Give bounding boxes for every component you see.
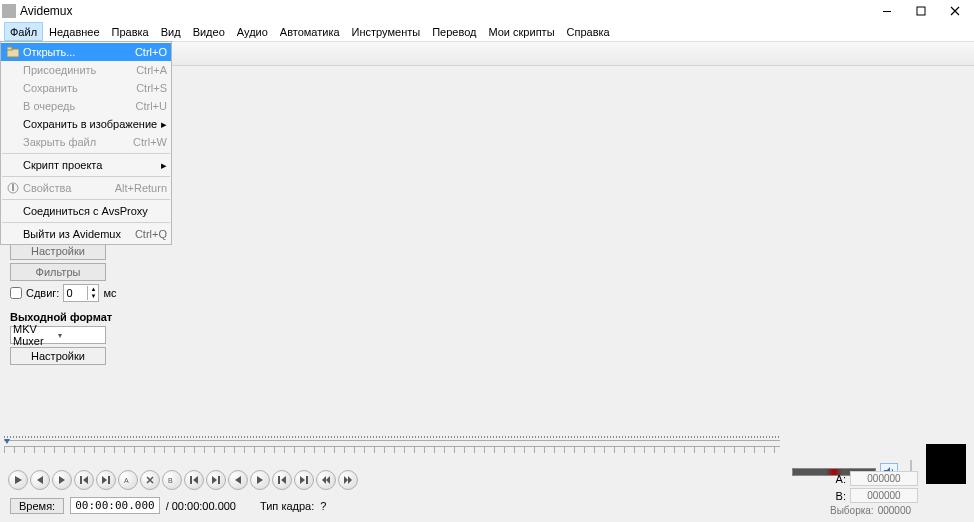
menu-project-script[interactable]: Скрипт проекта ▸ xyxy=(1,156,171,174)
last-frame-button[interactable] xyxy=(294,470,314,490)
menu-separator xyxy=(2,176,170,177)
timeline-marker-icon[interactable] xyxy=(4,439,10,450)
window-close-button[interactable] xyxy=(938,0,972,22)
skip-fwd-icon xyxy=(101,475,111,485)
preview-thumb xyxy=(926,444,966,484)
set-b-button[interactable]: B xyxy=(162,470,182,490)
svg-marker-27 xyxy=(212,476,217,484)
menu-separator xyxy=(2,153,170,154)
svg-rect-12 xyxy=(7,47,12,50)
timeline[interactable] xyxy=(4,436,780,454)
prev-black-button[interactable] xyxy=(228,470,248,490)
next-cut-button[interactable] xyxy=(206,470,226,490)
svg-marker-36 xyxy=(322,476,326,484)
menu-help[interactable]: Справка xyxy=(561,22,616,41)
open-icon xyxy=(5,44,21,60)
delete-button[interactable] xyxy=(140,470,160,490)
menubar: Файл Недавнее Правка Вид Видео Аудио Авт… xyxy=(0,22,974,42)
menu-open[interactable]: Открыть... Ctrl+O xyxy=(1,43,171,61)
svg-marker-16 xyxy=(15,476,22,484)
shift-row: Сдвиг: 0 ▲▼ мс xyxy=(10,284,180,302)
menu-avsproxy[interactable]: Соединиться с AvsProxy xyxy=(1,202,171,220)
svg-rect-31 xyxy=(278,476,280,484)
svg-marker-19 xyxy=(83,476,88,484)
menu-video[interactable]: Видео xyxy=(187,22,231,41)
black-back-icon xyxy=(233,475,243,485)
prev-keyframe-button[interactable] xyxy=(74,470,94,490)
svg-rect-15 xyxy=(12,184,14,186)
first-frame-button[interactable] xyxy=(272,470,292,490)
marker-a-value: 000000 xyxy=(850,471,918,486)
svg-text:A: A xyxy=(124,477,129,484)
time-button[interactable]: Время: xyxy=(10,498,64,514)
svg-marker-17 xyxy=(37,476,43,484)
svg-marker-18 xyxy=(59,476,65,484)
backward-min-button[interactable] xyxy=(316,470,336,490)
set-a-button[interactable]: A xyxy=(118,470,138,490)
svg-rect-14 xyxy=(12,186,14,191)
menu-tools[interactable]: Инструменты xyxy=(346,22,427,41)
play-button[interactable] xyxy=(8,470,28,490)
svg-rect-28 xyxy=(218,476,220,484)
delete-icon xyxy=(145,475,155,485)
chevron-down-icon: ▾ xyxy=(58,331,103,340)
menu-auto[interactable]: Автоматика xyxy=(274,22,346,41)
play-icon xyxy=(13,475,23,485)
prev-cut-button[interactable] xyxy=(184,470,204,490)
selection-value: 000000 xyxy=(878,505,911,516)
last-icon xyxy=(299,475,309,485)
muxer-configure-button[interactable]: Настройки xyxy=(10,347,106,365)
svg-marker-29 xyxy=(235,476,241,484)
window-minimize-button[interactable] xyxy=(870,0,904,22)
svg-marker-32 xyxy=(281,476,286,484)
next-frame-button[interactable] xyxy=(52,470,72,490)
svg-rect-34 xyxy=(306,476,308,484)
menu-view[interactable]: Вид xyxy=(155,22,187,41)
menu-append[interactable]: Присоединить Ctrl+A xyxy=(1,61,171,79)
time-input[interactable]: 00:00:00.000 xyxy=(70,497,159,514)
menu-close-file[interactable]: Закрыть файл Ctrl+W xyxy=(1,133,171,151)
menu-file[interactable]: Файл xyxy=(4,22,43,41)
menu-properties[interactable]: Свойства Alt+Return xyxy=(1,179,171,197)
menu-save-image[interactable]: Сохранить в изображение ▸ xyxy=(1,115,171,133)
shift-unit: мс xyxy=(103,287,116,299)
menu-open-shortcut: Ctrl+O xyxy=(135,46,167,58)
window-maximize-button[interactable] xyxy=(904,0,938,22)
skip-back-icon xyxy=(79,475,89,485)
info-icon xyxy=(5,180,21,196)
prev-frame-button[interactable] xyxy=(30,470,50,490)
svg-rect-20 xyxy=(80,476,82,484)
spin-up-icon[interactable]: ▲ xyxy=(87,286,98,293)
file-dropdown: Открыть... Ctrl+O Присоединить Ctrl+A Со… xyxy=(0,41,172,245)
first-icon xyxy=(277,475,287,485)
menu-recent[interactable]: Недавнее xyxy=(43,22,106,41)
shift-checkbox[interactable] xyxy=(10,287,22,299)
playback-controls: A B xyxy=(8,470,358,490)
menu-quit[interactable]: Выйти из Avidemux Ctrl+Q xyxy=(1,225,171,243)
next-black-button[interactable] xyxy=(250,470,270,490)
menu-go[interactable]: Перевод xyxy=(426,22,482,41)
spin-down-icon[interactable]: ▼ xyxy=(87,293,98,300)
app-icon xyxy=(2,4,16,18)
back60-icon xyxy=(321,475,331,485)
shift-label: Сдвиг: xyxy=(26,287,59,299)
forward-min-button[interactable] xyxy=(338,470,358,490)
menu-save[interactable]: Сохранить Ctrl+S xyxy=(1,79,171,97)
menu-queue[interactable]: В очередь Ctrl+U xyxy=(1,97,171,115)
next-keyframe-button[interactable] xyxy=(96,470,116,490)
minimize-icon xyxy=(882,6,892,16)
svg-marker-30 xyxy=(257,476,263,484)
menu-scripts[interactable]: Мои скрипты xyxy=(482,22,560,41)
audio-filters-button[interactable]: Фильтры xyxy=(10,263,106,281)
shift-spinner[interactable]: 0 ▲▼ xyxy=(63,284,99,302)
close-icon xyxy=(950,6,960,16)
muxer-combo[interactable]: MKV Muxer ▾ xyxy=(10,326,106,344)
svg-rect-1 xyxy=(917,7,925,15)
svg-text:B: B xyxy=(168,477,173,484)
app-title: Avidemux xyxy=(20,4,72,18)
menu-audio[interactable]: Аудио xyxy=(231,22,274,41)
black-fwd-icon xyxy=(255,475,265,485)
muxer-value: MKV Muxer xyxy=(13,323,58,347)
menu-edit[interactable]: Правка xyxy=(106,22,155,41)
svg-marker-26 xyxy=(193,476,198,484)
